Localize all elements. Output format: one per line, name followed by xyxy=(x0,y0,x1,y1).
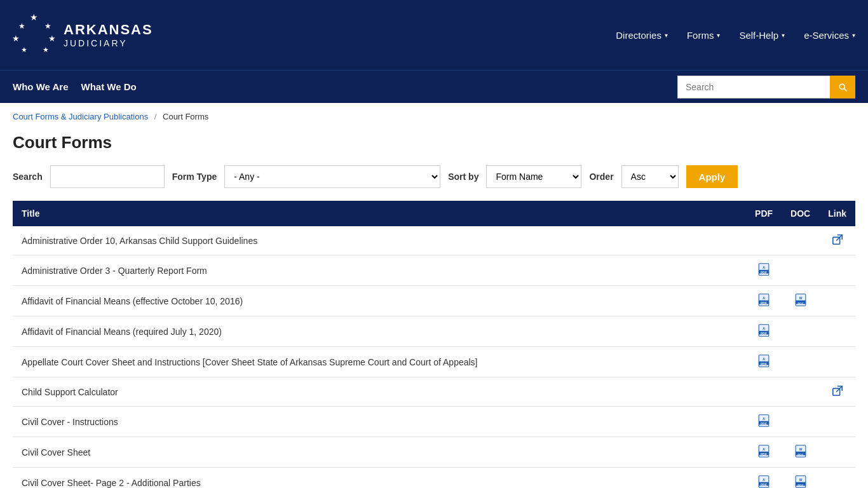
breadcrumb-current: Court Forms xyxy=(163,112,208,121)
top-nav-buttons: Directories ▾ Forms ▾ Self-Help ▾ e-Serv… xyxy=(616,30,855,41)
svg-text:PDF: PDF xyxy=(761,332,767,336)
col-header-pdf: PDF xyxy=(746,201,782,226)
svg-text:★: ★ xyxy=(48,34,56,43)
word-icon: DOC W xyxy=(795,294,806,306)
chevron-down-icon: ▾ xyxy=(665,32,668,39)
search-button[interactable] xyxy=(830,76,855,98)
nav-who-we-are[interactable]: Who We Are xyxy=(13,81,69,92)
col-header-doc: DOC xyxy=(782,201,819,226)
filters-bar: Search Form Type - Any -AdministrativeCi… xyxy=(0,165,868,201)
row-pdf[interactable]: PDF A xyxy=(746,468,782,489)
table-row: Administrative Order 3 - Quarterly Repor… xyxy=(13,255,855,286)
svg-text:A: A xyxy=(763,266,765,269)
pdf-icon: PDF A xyxy=(758,324,770,337)
nav-directories[interactable]: Directories ▾ xyxy=(616,30,668,41)
external-link-icon xyxy=(832,385,843,396)
pdf-icon: PDF A xyxy=(758,294,770,306)
svg-line-8 xyxy=(836,235,842,241)
table-row: Appellate Court Cover Sheet and Instruct… xyxy=(13,347,855,377)
svg-text:★: ★ xyxy=(21,46,27,53)
row-link xyxy=(819,407,855,437)
svg-text:★: ★ xyxy=(30,13,38,22)
logo-judiciary: JUDICIARY xyxy=(64,38,153,48)
order-label: Order xyxy=(589,172,613,182)
chevron-down-icon: ▾ xyxy=(852,32,855,39)
row-pdf[interactable]: PDF A xyxy=(746,316,782,347)
row-pdf[interactable]: PDF A xyxy=(746,437,782,468)
search-icon xyxy=(837,82,848,92)
sort-by-select[interactable]: Form NameDateType xyxy=(486,165,581,188)
row-doc xyxy=(782,407,819,437)
chevron-down-icon: ▾ xyxy=(782,32,785,39)
row-link xyxy=(819,347,855,377)
table-row: Civil Cover Sheet PDF A DOC W xyxy=(13,437,855,468)
row-pdf xyxy=(746,226,782,255)
svg-text:W: W xyxy=(799,447,802,451)
svg-text:★: ★ xyxy=(43,46,49,53)
table-wrapper: Title PDF DOC Link Administrative Order … xyxy=(0,201,868,488)
logo-stars: ★ ★ ★ ★ ★ ★ ★ xyxy=(13,13,57,57)
table-row: Affidavit of Financial Means (required J… xyxy=(13,316,855,347)
svg-text:★: ★ xyxy=(44,22,51,30)
row-link xyxy=(819,286,855,316)
row-doc[interactable]: DOC W xyxy=(782,286,819,316)
order-select[interactable]: AscDesc xyxy=(621,165,679,188)
page-title: Court Forms xyxy=(0,126,868,165)
col-header-link: Link xyxy=(819,201,855,226)
row-pdf[interactable]: PDF A xyxy=(746,347,782,377)
row-link[interactable] xyxy=(819,226,855,255)
search-box xyxy=(677,76,855,98)
svg-text:PDF: PDF xyxy=(761,271,767,274)
pdf-icon: PDF A xyxy=(758,414,770,427)
breadcrumb-separator: / xyxy=(154,112,157,121)
row-doc[interactable]: DOC W xyxy=(782,437,819,468)
table-header: Title PDF DOC Link xyxy=(13,201,855,226)
svg-text:A: A xyxy=(763,478,765,482)
nav-e-services[interactable]: e-Services ▾ xyxy=(804,30,855,41)
row-title: Affidavit of Financial Means (effective … xyxy=(13,286,746,316)
svg-text:★: ★ xyxy=(18,22,25,30)
row-title: Civil Cover Sheet xyxy=(13,437,746,468)
apply-button[interactable]: Apply xyxy=(686,165,738,188)
row-link[interactable] xyxy=(819,377,855,407)
form-search-input[interactable] xyxy=(50,165,165,188)
svg-text:A: A xyxy=(763,357,765,361)
row-link xyxy=(819,255,855,286)
svg-text:A: A xyxy=(763,447,765,451)
nav-what-we-do[interactable]: What We Do xyxy=(81,81,137,92)
svg-text:PDF: PDF xyxy=(761,301,767,305)
svg-text:A: A xyxy=(763,327,765,330)
search-input[interactable] xyxy=(677,76,830,98)
table-body: Administrative Order 10, Arkansas Child … xyxy=(13,226,855,488)
nav-forms[interactable]: Forms ▾ xyxy=(687,30,721,41)
row-pdf[interactable]: PDF A xyxy=(746,407,782,437)
row-pdf[interactable]: PDF A xyxy=(746,286,782,316)
col-header-title: Title xyxy=(13,201,746,226)
svg-text:PDF: PDF xyxy=(761,362,767,366)
row-link xyxy=(819,316,855,347)
svg-line-30 xyxy=(836,386,842,392)
breadcrumb-parent-link[interactable]: Court Forms & Judiciary Publications xyxy=(13,112,148,121)
table-row: Administrative Order 10, Arkansas Child … xyxy=(13,226,855,255)
row-doc xyxy=(782,377,819,407)
row-link xyxy=(819,468,855,489)
sort-by-label: Sort by xyxy=(448,172,478,182)
row-doc xyxy=(782,347,819,377)
row-pdf[interactable]: PDF A xyxy=(746,255,782,286)
nav-self-help[interactable]: Self-Help ▾ xyxy=(739,30,785,41)
secondary-nav-links: Who We Are What We Do xyxy=(13,81,137,92)
logo-arkansas: ARKANSAS xyxy=(64,22,153,38)
svg-text:PDF: PDF xyxy=(761,422,767,426)
row-doc xyxy=(782,255,819,286)
row-doc xyxy=(782,226,819,255)
table-row: Civil Cover - Instructions PDF A xyxy=(13,407,855,437)
row-doc[interactable]: DOC W xyxy=(782,468,819,489)
word-icon: DOC W xyxy=(795,475,806,488)
logo-area: ★ ★ ★ ★ ★ ★ ★ ARKANSAS JUDICIARY xyxy=(13,13,153,57)
pdf-icon: PDF A xyxy=(758,355,770,367)
top-navigation: ★ ★ ★ ★ ★ ★ ★ ARKANSAS JUDICIARY Directo… xyxy=(0,0,868,70)
word-icon: DOC W xyxy=(795,445,806,458)
svg-text:W: W xyxy=(799,478,802,482)
svg-text:DOC: DOC xyxy=(797,484,803,487)
form-type-select[interactable]: - Any -AdministrativeCivilCriminalFamily… xyxy=(224,165,440,188)
